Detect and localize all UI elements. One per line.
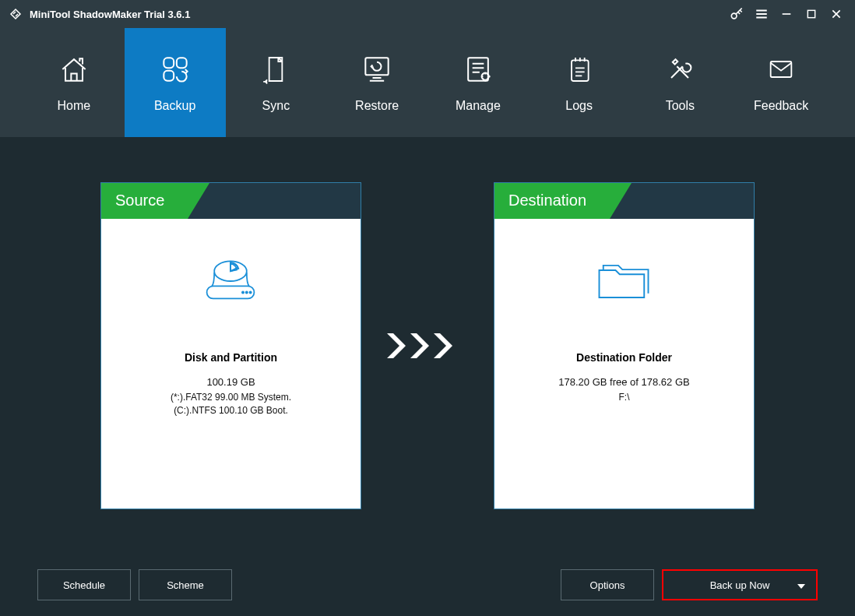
options-button[interactable]: Options bbox=[561, 569, 654, 600]
sync-icon bbox=[260, 52, 291, 86]
nav-sync[interactable]: Sync bbox=[226, 28, 327, 137]
titlebar: MiniTool ShadowMaker Trial 3.6.1 bbox=[0, 0, 855, 28]
nav-logs[interactable]: Logs bbox=[529, 28, 630, 137]
nav-home[interactable]: Home bbox=[23, 28, 125, 137]
destination-title: Destination Folder bbox=[576, 351, 672, 364]
nav-label: Home bbox=[58, 99, 91, 113]
source-title: Disk and Partition bbox=[185, 351, 277, 364]
svg-rect-3 bbox=[176, 58, 186, 68]
disk-icon bbox=[199, 250, 262, 312]
svg-point-13 bbox=[250, 291, 252, 293]
minimize-button[interactable] bbox=[774, 2, 799, 26]
schedule-button[interactable]: Schedule bbox=[37, 569, 131, 600]
chevron-down-icon bbox=[797, 579, 805, 591]
nav-label: Restore bbox=[355, 99, 399, 113]
arrow-chevrons-icon bbox=[361, 330, 494, 361]
nav-manage[interactable]: Manage bbox=[428, 28, 529, 137]
manage-icon bbox=[461, 52, 495, 86]
nav-restore[interactable]: Restore bbox=[326, 28, 428, 137]
destination-header-label: Destination bbox=[494, 183, 610, 219]
app-logo-icon bbox=[8, 6, 23, 22]
main-content: Source Disk and Parti bbox=[0, 137, 855, 554]
svg-rect-9 bbox=[771, 62, 792, 77]
svg-point-12 bbox=[246, 291, 248, 293]
feedback-icon bbox=[764, 52, 798, 86]
destination-header: Destination bbox=[494, 183, 754, 219]
source-header: Source bbox=[101, 183, 361, 219]
nav-label: Backup bbox=[154, 99, 195, 113]
source-header-label: Source bbox=[101, 183, 188, 219]
source-panel[interactable]: Source Disk and Parti bbox=[100, 182, 361, 509]
nav-label: Tools bbox=[666, 99, 695, 113]
folder-icon bbox=[589, 250, 659, 312]
backup-now-button[interactable]: Back up Now bbox=[662, 569, 818, 600]
nav-label: Sync bbox=[262, 99, 290, 113]
svg-rect-6 bbox=[468, 58, 488, 80]
maximize-button[interactable] bbox=[799, 2, 824, 26]
main-nav: Home Backup Sync bbox=[0, 28, 855, 137]
svg-point-0 bbox=[731, 13, 737, 19]
destination-panel[interactable]: Destination Destination Folder 178.20 GB… bbox=[494, 182, 755, 509]
nav-label: Logs bbox=[565, 99, 593, 113]
logs-icon bbox=[564, 52, 595, 86]
footer: Schedule Scheme Options Back up Now bbox=[0, 554, 855, 616]
scheme-button[interactable]: Scheme bbox=[139, 569, 232, 600]
nav-backup[interactable]: Backup bbox=[125, 28, 226, 137]
nav-label: Feedback bbox=[754, 99, 808, 113]
source-size: 100.19 GB bbox=[206, 376, 255, 388]
nav-label: Manage bbox=[456, 99, 501, 113]
tools-icon bbox=[663, 52, 697, 86]
source-detail-2: (C:).NTFS 100.10 GB Boot. bbox=[174, 404, 288, 417]
destination-free: 178.20 GB free of 178.62 GB bbox=[558, 376, 689, 388]
svg-point-11 bbox=[242, 291, 244, 293]
destination-path: F:\ bbox=[618, 391, 629, 404]
svg-rect-8 bbox=[572, 60, 589, 81]
close-button[interactable] bbox=[824, 2, 849, 26]
key-icon[interactable] bbox=[724, 2, 749, 26]
nav-tools[interactable]: Tools bbox=[630, 28, 731, 137]
source-detail-1: (*:).FAT32 99.00 MB System. bbox=[171, 391, 291, 404]
svg-rect-5 bbox=[365, 58, 388, 75]
menu-icon[interactable] bbox=[749, 2, 774, 26]
restore-icon bbox=[360, 52, 394, 86]
svg-rect-4 bbox=[164, 71, 174, 81]
svg-rect-2 bbox=[164, 58, 174, 68]
app-title: MiniTool ShadowMaker Trial 3.6.1 bbox=[30, 9, 190, 20]
home-icon bbox=[57, 52, 91, 86]
svg-rect-1 bbox=[808, 10, 815, 17]
backup-now-label: Back up Now bbox=[710, 579, 770, 591]
backup-icon bbox=[158, 52, 192, 86]
nav-feedback[interactable]: Feedback bbox=[730, 28, 832, 137]
